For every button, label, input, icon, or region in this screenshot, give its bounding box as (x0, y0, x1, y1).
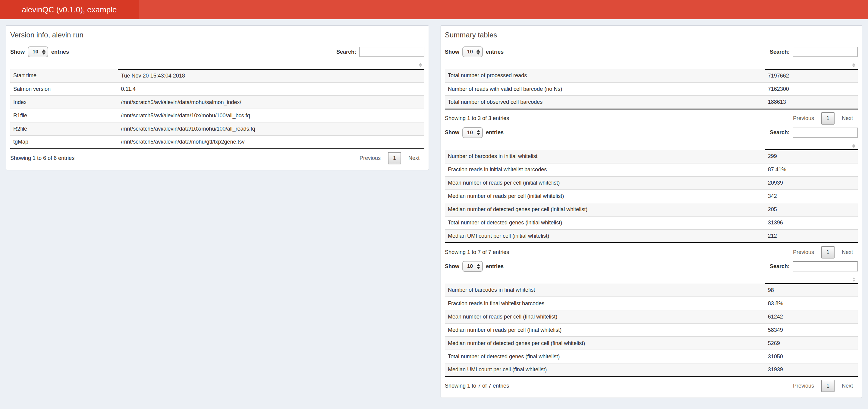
table-row: Median UMI count per cell (initial white… (445, 230, 858, 243)
table-info: Showing 1 to 3 of 3 entries (445, 115, 509, 122)
entries-label: entries (486, 129, 504, 136)
row-label-cell: Total number of processed reads (445, 69, 765, 82)
pagination: Previous 1 Next (788, 246, 858, 259)
next-button[interactable]: Next (837, 380, 858, 392)
table-header-row (445, 275, 858, 284)
table-row: Median number of reads per cell (initial… (445, 190, 858, 203)
search-control: Search: (336, 47, 424, 57)
search-control: Search: (770, 127, 858, 138)
page-length-select[interactable]: 10 (462, 47, 483, 57)
row-value-cell: 31939 (765, 363, 858, 376)
search-label: Search: (770, 263, 789, 270)
sortable-column-header[interactable] (765, 275, 858, 284)
previous-button[interactable]: Previous (788, 112, 819, 124)
search-input[interactable] (793, 127, 858, 138)
row-value-cell: 0.11.4 (118, 82, 424, 96)
page-1-button[interactable]: 1 (388, 152, 401, 165)
row-value-cell: 83.8% (765, 297, 858, 310)
table-info: Showing 1 to 7 of 7 entries (445, 249, 509, 256)
table-row: R1file/mnt/scratch5/avi/alevin/data/10x/… (10, 109, 424, 122)
row-label-cell: Number of barcodes in final whitelist (445, 284, 765, 297)
show-label: Show (445, 129, 459, 136)
row-label-cell: Median number of reads per cell (final w… (445, 323, 765, 337)
app-title: alevinQC (v0.1.0), example (0, 0, 138, 19)
row-value-cell: /mnt/scratch5/avi/alevin/data/10x/mohu/1… (118, 109, 424, 122)
previous-button[interactable]: Previous (355, 152, 385, 165)
row-label-cell: tgMap (10, 136, 118, 149)
table-row: Mean number of reads per cell (final whi… (445, 310, 858, 323)
panel-title: Summary tables (445, 30, 858, 40)
table-row: R2file/mnt/scratch5/avi/alevin/data/10x/… (10, 122, 424, 136)
next-button[interactable]: Next (837, 246, 858, 259)
row-value-cell: 212 (765, 230, 858, 243)
row-label-cell: Median UMI count per cell (final whiteli… (445, 363, 765, 376)
content-area: Version info, alevin run Show 10 entries… (0, 19, 868, 403)
search-input[interactable] (359, 47, 424, 57)
page-length-select[interactable]: 10 (28, 47, 48, 57)
page-1-button[interactable]: 1 (821, 112, 835, 124)
page-length-select[interactable]: 10 (462, 261, 483, 272)
stepper-icon (476, 50, 480, 55)
table-row: Mean number of reads per cell (initial w… (445, 176, 858, 190)
table-row: Fraction reads in final whitelist barcod… (445, 297, 858, 310)
page-length-value: 10 (467, 263, 473, 269)
datatable-controls: Show 10 entries Search: (10, 46, 424, 58)
sortable-column-header[interactable] (765, 142, 858, 150)
page-length-value: 10 (467, 49, 473, 55)
table-row: Start timeTue Nov 20 15:43:04 2018 (10, 69, 424, 82)
pagination: Previous 1 Next (788, 380, 858, 392)
row-label-cell: Fraction reads in initial whitelist barc… (445, 163, 765, 176)
table-row: Salmon version0.11.4 (10, 82, 424, 96)
search-label: Search: (770, 49, 789, 55)
version-info-panel: Version info, alevin run Show 10 entries… (6, 25, 429, 170)
sortable-column-header[interactable] (118, 61, 424, 69)
row-value-cell: /mnt/scratch5/avi/alevin/data/mohu/gtf/t… (118, 136, 424, 149)
row-value-cell: 31050 (765, 350, 858, 363)
sortable-column-header[interactable] (765, 61, 858, 69)
table-row: Number of reads with valid cell barcode … (445, 82, 858, 96)
datatable-footer: Showing 1 to 3 of 3 entries Previous 1 N… (445, 111, 858, 126)
row-value-cell: 188613 (765, 96, 858, 109)
table-row: Total number of observed cell barcodes18… (445, 96, 858, 109)
dashboard-header: alevinQC (v0.1.0), example (0, 0, 868, 19)
sort-icon (852, 143, 855, 148)
search-input[interactable] (793, 261, 858, 271)
navbar (138, 0, 868, 19)
stepper-icon (476, 264, 480, 269)
page-length-control: Show 10 entries (10, 47, 69, 57)
table-header-row (445, 61, 858, 69)
entries-label: entries (51, 49, 69, 55)
row-label-cell: Median number of detected genes per cell… (445, 203, 765, 216)
panel-title: Version info, alevin run (10, 30, 424, 40)
pagination: Previous 1 Next (788, 112, 858, 124)
next-button[interactable]: Next (837, 112, 858, 124)
page-1-button[interactable]: 1 (821, 380, 835, 392)
row-label-cell: Median number of detected genes per cell… (445, 337, 765, 350)
row-value-cell: 98 (765, 284, 858, 297)
next-button[interactable]: Next (404, 152, 424, 165)
sort-icon (852, 62, 855, 67)
table-row: Total number of processed reads7197662 (445, 69, 858, 82)
row-value-cell: 205 (765, 203, 858, 216)
table-info: Showing 1 to 7 of 7 entries (445, 383, 509, 389)
previous-button[interactable]: Previous (788, 380, 819, 392)
datatable-controls: Show 10 entries Search: (445, 261, 858, 272)
table-row: Median UMI count per cell (final whiteli… (445, 363, 858, 376)
table-header-row (445, 142, 858, 150)
row-value-cell: Tue Nov 20 15:43:04 2018 (118, 69, 424, 82)
previous-button[interactable]: Previous (788, 246, 819, 259)
row-label-cell: Mean number of reads per cell (final whi… (445, 310, 765, 323)
datatable-footer: Showing 1 to 7 of 7 entries Previous 1 N… (445, 379, 858, 393)
initial-whitelist-table: Number of barcodes in initial whitelist2… (445, 142, 858, 243)
row-label-cell: Median UMI count per cell (initial white… (445, 230, 765, 243)
table-header-row (10, 61, 424, 69)
table-row: Total number of detected genes (final wh… (445, 350, 858, 363)
final-whitelist-table: Number of barcodes in final whitelist98F… (445, 275, 858, 377)
datatable-footer: Showing 1 to 7 of 7 entries Previous 1 N… (445, 245, 858, 259)
page-length-select[interactable]: 10 (462, 127, 483, 138)
page-1-button[interactable]: 1 (821, 246, 835, 259)
page-length-value: 10 (33, 49, 38, 55)
search-input[interactable] (793, 47, 858, 57)
search-label: Search: (770, 129, 789, 136)
table-row: Number of barcodes in initial whitelist2… (445, 150, 858, 163)
